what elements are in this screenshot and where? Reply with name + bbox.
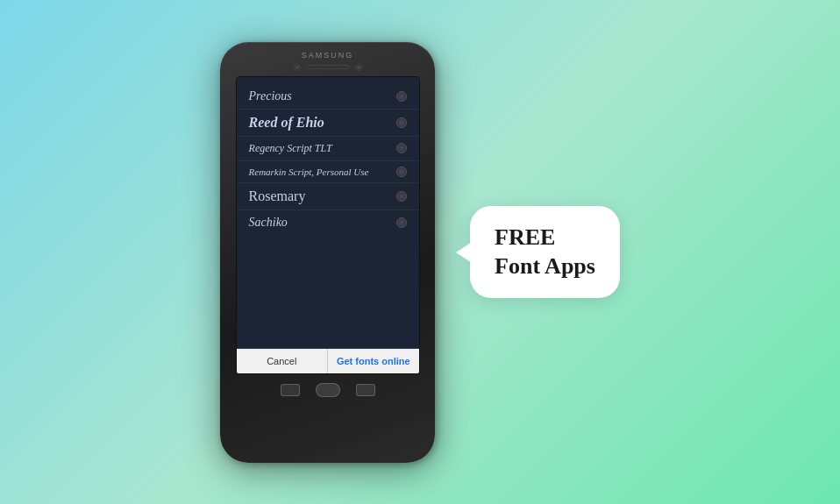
label-font-apps: Font Apps bbox=[495, 253, 595, 279]
label-free: FREE bbox=[495, 224, 555, 250]
list-item[interactable]: Rosemary bbox=[237, 183, 419, 210]
radio-reed[interactable] bbox=[396, 117, 407, 128]
free-font-apps-bubble: FREE Font Apps bbox=[470, 206, 620, 298]
list-item[interactable]: Remarkin Script, Personal Use bbox=[237, 161, 419, 183]
phone-sensors bbox=[294, 64, 362, 71]
list-item[interactable]: Reed of Ehio bbox=[237, 110, 419, 137]
font-list: Precious Reed of Ehio Regency Script TLT… bbox=[237, 77, 419, 348]
font-name-reed: Reed of Ehio bbox=[249, 115, 324, 131]
bubble-text-line1: FREE Font Apps bbox=[495, 224, 595, 280]
radio-rosemary[interactable] bbox=[396, 191, 407, 202]
home-nav-button[interactable] bbox=[316, 383, 340, 397]
phone-nav-bar bbox=[220, 374, 435, 404]
scene: SAMSUNG Precious Reed of Ehio bbox=[0, 0, 840, 504]
recents-nav-button[interactable] bbox=[356, 384, 375, 396]
list-item[interactable]: Precious bbox=[237, 84, 419, 110]
radio-regency[interactable] bbox=[396, 143, 407, 153]
radio-sachiko[interactable] bbox=[396, 217, 407, 228]
list-item[interactable]: Regency Script TLT bbox=[237, 137, 419, 161]
phone-brand-label: SAMSUNG bbox=[302, 51, 354, 60]
sensor-icon bbox=[355, 64, 362, 71]
font-name-remarkin: Remarkin Script, Personal Use bbox=[249, 167, 369, 177]
phone-device: SAMSUNG Precious Reed of Ehio bbox=[220, 42, 435, 463]
radio-precious[interactable] bbox=[396, 91, 407, 102]
font-name-rosemary: Rosemary bbox=[249, 188, 306, 204]
screen-content: Precious Reed of Ehio Regency Script TLT… bbox=[237, 77, 419, 373]
camera-icon bbox=[294, 64, 301, 71]
back-nav-button[interactable] bbox=[281, 384, 300, 396]
phone-screen: Precious Reed of Ehio Regency Script TLT… bbox=[236, 76, 420, 374]
font-name-regency: Regency Script TLT bbox=[249, 142, 332, 155]
phone-top: SAMSUNG bbox=[220, 42, 435, 76]
speaker-icon bbox=[306, 65, 350, 69]
screen-action-buttons: Cancel Get fonts online bbox=[237, 348, 419, 373]
get-fonts-button[interactable]: Get fonts online bbox=[328, 349, 419, 373]
font-name-precious: Precious bbox=[249, 89, 292, 103]
list-item[interactable]: Sachiko bbox=[237, 210, 419, 235]
radio-remarkin[interactable] bbox=[396, 167, 407, 177]
font-name-sachiko: Sachiko bbox=[249, 216, 288, 230]
cancel-button[interactable]: Cancel bbox=[237, 349, 329, 373]
